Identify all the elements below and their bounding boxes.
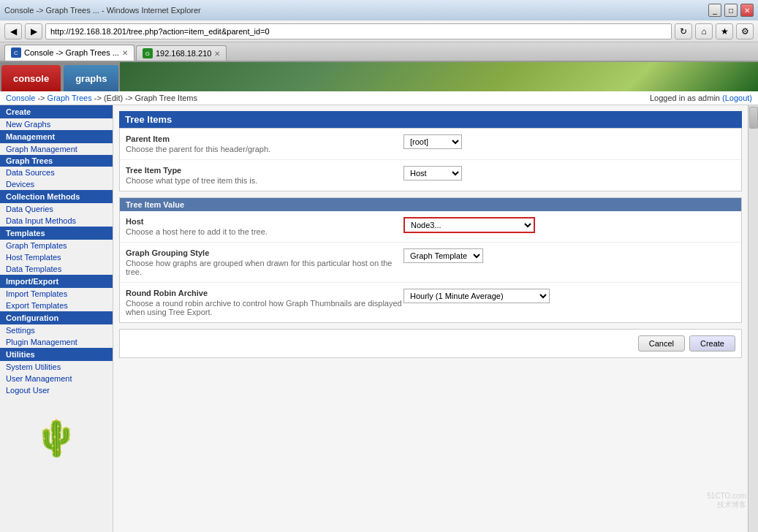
star-button[interactable]: ★ bbox=[716, 23, 733, 39]
sidebar-header-configuration: Configuration bbox=[0, 311, 113, 324]
form-section-main: Parent Item Choose the parent for this h… bbox=[119, 128, 742, 191]
sidebar-item-logout-user[interactable]: Logout User bbox=[0, 384, 113, 396]
address-bar[interactable] bbox=[45, 23, 672, 39]
tree-items-header: Tree Items bbox=[119, 111, 742, 128]
host-row: Host Choose a host here to add it to the… bbox=[120, 211, 741, 243]
sidebar-header-management: Management bbox=[0, 130, 113, 143]
host-control: Node3... bbox=[403, 217, 735, 233]
home-button[interactable]: ⌂ bbox=[695, 23, 713, 39]
button-row: Cancel Create bbox=[119, 329, 742, 358]
round-robin-control: Hourly (1 Minute Average) Daily (5 Minut… bbox=[403, 289, 735, 303]
graph-grouping-label: Graph Grouping Style bbox=[126, 248, 403, 257]
tab-console[interactable]: C Console -> Graph Trees ... ✕ bbox=[4, 45, 134, 61]
sidebar-header-collection-methods: Collection Methods bbox=[0, 190, 113, 203]
tab-favicon-console: C bbox=[11, 48, 21, 58]
sidebar-item-host-templates[interactable]: Host Templates bbox=[0, 251, 113, 263]
sidebar-item-system-utilities[interactable]: System Utilities bbox=[0, 361, 113, 373]
parent-item-select[interactable]: [root] bbox=[403, 134, 462, 149]
header-image bbox=[120, 62, 758, 91]
tab-label-ip: 192.168.18.210 bbox=[156, 49, 211, 58]
content-area: Tree Items Parent Item Choose the parent… bbox=[113, 105, 748, 532]
host-label: Host bbox=[126, 217, 403, 226]
logged-in-info: Logged in as admin (Logout) bbox=[650, 94, 752, 102]
sidebar-item-import-templates[interactable]: Import Templates bbox=[0, 288, 113, 300]
graph-grouping-control: Graph Template Graph None bbox=[403, 248, 735, 263]
graph-grouping-desc: Choose how graphs are grouped when drawn… bbox=[126, 259, 403, 276]
parent-item-desc: Choose the parent for this header/graph. bbox=[126, 145, 403, 153]
sidebar-header-import-export: Import/Export bbox=[0, 275, 113, 288]
breadcrumb-console-link[interactable]: Console bbox=[6, 94, 35, 102]
minimize-button[interactable]: _ bbox=[708, 4, 721, 17]
graph-grouping-select[interactable]: Graph Template Graph None bbox=[403, 248, 483, 263]
tab-bar: C Console -> Graph Trees ... ✕ G 192.168… bbox=[0, 42, 758, 61]
sidebar-item-devices[interactable]: Devices bbox=[0, 178, 113, 190]
sidebar-item-data-sources[interactable]: Data Sources bbox=[0, 167, 113, 178]
round-robin-label-col: Round Robin Archive Choose a round robin… bbox=[126, 289, 403, 316]
tree-item-type-label-col: Tree Item Type Choose what type of tree … bbox=[126, 166, 403, 185]
sidebar-item-data-templates[interactable]: Data Templates bbox=[0, 263, 113, 275]
scrollbar-thumb[interactable] bbox=[749, 107, 758, 129]
parent-item-row: Parent Item Choose the parent for this h… bbox=[120, 129, 741, 160]
parent-item-control: [root] bbox=[403, 134, 735, 149]
tab-close-ip[interactable]: ✕ bbox=[214, 50, 220, 58]
graph-grouping-label-col: Graph Grouping Style Choose how graphs a… bbox=[126, 248, 403, 276]
cactus-icon: 🌵 bbox=[34, 418, 78, 459]
browser-title: Console -> Graph Trees ... - Windows Int… bbox=[4, 6, 201, 15]
forward-button[interactable]: ▶ bbox=[25, 23, 42, 39]
parent-item-label-col: Parent Item Choose the parent for this h… bbox=[126, 134, 403, 153]
breadcrumb: Console -> Graph Trees -> (Edit) -> Grap… bbox=[6, 94, 197, 102]
back-button[interactable]: ◀ bbox=[4, 23, 22, 39]
scrollbar[interactable] bbox=[748, 105, 758, 532]
round-robin-select[interactable]: Hourly (1 Minute Average) Daily (5 Minut… bbox=[403, 289, 550, 303]
sidebar-item-export-templates[interactable]: Export Templates bbox=[0, 300, 113, 311]
graph-grouping-row: Graph Grouping Style Choose how graphs a… bbox=[120, 243, 741, 283]
tab-favicon-ip: G bbox=[143, 48, 153, 58]
breadcrumb-graphtrees-link[interactable]: Graph Trees bbox=[48, 94, 92, 102]
sidebar-header-utilities: Utilities bbox=[0, 348, 113, 361]
tab-close-console[interactable]: ✕ bbox=[122, 49, 128, 57]
sidebar-item-new-graphs[interactable]: New Graphs bbox=[0, 118, 113, 130]
tree-item-value-header: Tree Item Value bbox=[120, 198, 741, 211]
create-button[interactable]: Create bbox=[689, 335, 735, 352]
cancel-button[interactable]: Cancel bbox=[638, 335, 685, 352]
refresh-button[interactable]: ↻ bbox=[675, 23, 692, 39]
tree-item-type-select[interactable]: Host Graph Header bbox=[403, 166, 462, 180]
logged-in-text: Logged in as admin bbox=[650, 94, 720, 102]
round-robin-desc: Choose a round robin archive to control … bbox=[126, 299, 403, 316]
sidebar-item-graph-trees[interactable]: Graph Trees bbox=[0, 155, 113, 167]
sidebar-item-plugin-management[interactable]: Plugin Management bbox=[0, 336, 113, 348]
settings-button[interactable]: ⚙ bbox=[736, 23, 754, 39]
form-section-value: Tree Item Value Host Choose a host here … bbox=[119, 197, 742, 323]
sidebar-header-templates: Templates bbox=[0, 227, 113, 240]
tab-ip[interactable]: G 192.168.18.210 ✕ bbox=[136, 45, 227, 61]
parent-item-label: Parent Item bbox=[126, 134, 403, 143]
tree-item-type-desc: Choose what type of tree item this is. bbox=[126, 176, 403, 185]
sidebar-item-graph-templates[interactable]: Graph Templates bbox=[0, 240, 113, 251]
sidebar-item-graph-management[interactable]: Graph Management bbox=[0, 143, 113, 155]
sidebar-item-data-input-methods[interactable]: Data Input Methods bbox=[0, 215, 113, 227]
tree-item-type-label: Tree Item Type bbox=[126, 166, 403, 175]
tree-item-type-row: Tree Item Type Choose what type of tree … bbox=[120, 160, 741, 191]
maximize-button[interactable]: □ bbox=[724, 4, 738, 17]
round-robin-row: Round Robin Archive Choose a round robin… bbox=[120, 283, 741, 322]
window-controls: _ □ ✕ bbox=[708, 4, 754, 17]
logout-link[interactable]: (Logout) bbox=[722, 94, 752, 102]
cactus-logo-area: 🌵 bbox=[0, 411, 113, 466]
app-header: console graphs bbox=[0, 62, 758, 91]
host-desc: Choose a host here to add it to the tree… bbox=[126, 227, 403, 236]
nav-bar: ◀ ▶ ↻ ⌂ ★ ⚙ bbox=[0, 20, 758, 42]
main-content: Create New Graphs Management Graph Manag… bbox=[0, 105, 758, 532]
host-label-col: Host Choose a host here to add it to the… bbox=[126, 217, 403, 236]
round-robin-label: Round Robin Archive bbox=[126, 289, 403, 297]
console-button[interactable]: console bbox=[1, 65, 61, 91]
sidebar: Create New Graphs Management Graph Manag… bbox=[0, 105, 113, 532]
graphs-button[interactable]: graphs bbox=[64, 65, 118, 91]
tab-label-console: Console -> Graph Trees ... bbox=[24, 48, 119, 57]
host-select[interactable]: Node3... bbox=[403, 217, 535, 233]
sidebar-item-settings[interactable]: Settings bbox=[0, 324, 113, 336]
close-button[interactable]: ✕ bbox=[740, 4, 754, 17]
sidebar-item-user-management[interactable]: User Management bbox=[0, 373, 113, 384]
sidebar-item-data-queries[interactable]: Data Queries bbox=[0, 203, 113, 215]
sidebar-header-create: Create bbox=[0, 105, 113, 118]
breadcrumb-bar: Console -> Graph Trees -> (Edit) -> Grap… bbox=[0, 91, 758, 105]
